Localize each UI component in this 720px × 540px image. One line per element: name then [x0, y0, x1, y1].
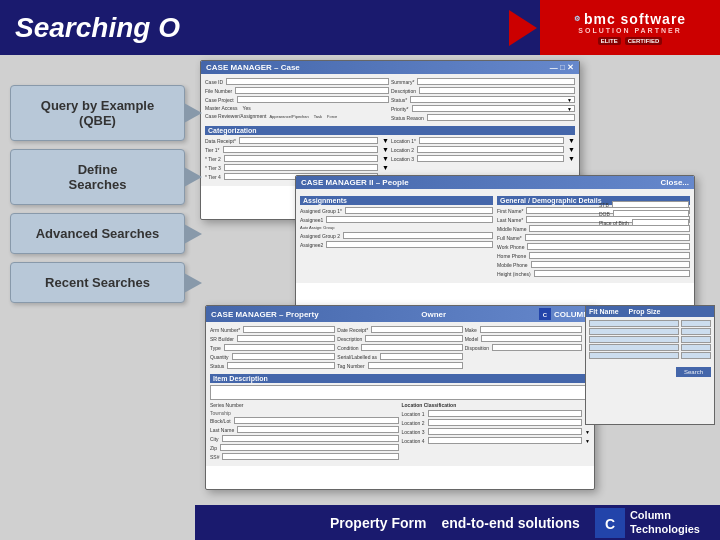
page-title: Searching O: [15, 12, 180, 44]
label-tier1: Tier 1*: [205, 147, 220, 153]
label-condition: Condition: [337, 345, 358, 351]
select-disposition[interactable]: [492, 344, 582, 351]
input-case-id[interactable]: [226, 78, 389, 85]
input-ss-no[interactable]: [222, 453, 398, 460]
input-serial[interactable]: [380, 353, 463, 360]
value-task: Task: [314, 114, 322, 119]
label-master-access: Master Access: [205, 105, 238, 111]
label-date-receipt: Date Receipt*: [337, 327, 368, 333]
label-loc-class-4: Location 4: [402, 438, 425, 444]
label-location3: Location 3: [391, 156, 414, 162]
input-home-phone[interactable]: [529, 252, 690, 259]
result-row-3-size: [681, 336, 711, 343]
select-location2[interactable]: [417, 146, 564, 153]
label-reviewer: Case Reviewer/Assignment: [205, 113, 266, 119]
input-mobile-phone[interactable]: [531, 261, 690, 268]
input-description-prop[interactable]: [365, 335, 462, 342]
label-assignee2: Assignee2: [300, 242, 323, 248]
select-tier1[interactable]: [223, 146, 379, 153]
window-case2-title: CASE MANAGER II – People: [301, 178, 409, 187]
column-line2: Technologies: [630, 523, 700, 536]
content-area: CASE MANAGER – Case — □ ✕ Case ID File N…: [195, 55, 720, 540]
label-first-name: First Name*: [497, 208, 523, 214]
input-place-birth[interactable]: [632, 219, 689, 226]
input-status-reason[interactable]: [427, 114, 575, 121]
select-assigned-group1[interactable]: [345, 207, 493, 214]
select-loc-class-4[interactable]: [428, 437, 582, 444]
sidebar-item-recent-searches[interactable]: Recent Searches: [10, 262, 185, 303]
col-header-flt-name: Flt Name: [589, 308, 619, 315]
label-mobile-phone: Mobile Phone: [497, 262, 528, 268]
input-case-project[interactable]: [237, 96, 389, 103]
tier2-arrow: ▼: [382, 155, 389, 162]
label-quantity: Quantity: [210, 354, 229, 360]
select-loc-class-3[interactable]: [428, 428, 582, 435]
select-assignee1[interactable]: [326, 216, 493, 223]
label-full-name: Full Name*: [497, 235, 522, 241]
select-loc-class-2[interactable]: [428, 419, 582, 426]
select-make[interactable]: [480, 326, 582, 333]
input-full-name[interactable]: [525, 234, 690, 241]
select-assigned-group2[interactable]: [343, 232, 493, 239]
input-last-name2[interactable]: [237, 426, 398, 433]
input-stb[interactable]: [612, 201, 689, 208]
label-location-classification: Location Classification: [402, 402, 591, 408]
value-force: Force: [327, 114, 337, 119]
select-condition[interactable]: [361, 344, 462, 351]
select-priority[interactable]: ▼: [412, 105, 575, 112]
sidebar-item-advanced-searches[interactable]: Advanced Searches: [10, 213, 185, 254]
svg-text:C: C: [605, 516, 615, 532]
label-assigned-group1: Assigned Group 1*: [300, 208, 342, 214]
tier1-arrow: ▼: [382, 146, 389, 153]
play-button[interactable]: [509, 10, 537, 46]
window-case-title: CASE MANAGER – Case: [206, 63, 300, 72]
loc2-arrow: ▼: [568, 146, 575, 153]
input-summary[interactable]: [417, 78, 575, 85]
input-work-phone[interactable]: [527, 243, 690, 250]
input-zip[interactable]: [220, 444, 399, 451]
textarea-item-description[interactable]: [210, 385, 590, 400]
input-city[interactable]: [222, 435, 399, 442]
select-data-receipt[interactable]: [239, 137, 378, 144]
section-categorization: Categorization: [205, 126, 575, 135]
input-tag-number[interactable]: [368, 362, 463, 369]
window-case-min: — □ ✕: [550, 63, 574, 72]
end-to-end-label: end-to-end solutions: [441, 515, 579, 531]
select-location1[interactable]: [419, 137, 564, 144]
input-quantity[interactable]: [232, 353, 336, 360]
column-logo-icon: C: [539, 308, 551, 320]
search-button[interactable]: Search: [676, 367, 711, 377]
input-file-number[interactable]: [235, 87, 389, 94]
input-dob[interactable]: [613, 210, 689, 217]
input-description[interactable]: [419, 87, 575, 94]
sidebar-item-qbe[interactable]: Query by Example(QBE): [10, 85, 185, 141]
label-tier3: * Tier 3: [205, 165, 221, 171]
window-property-owner: Owner: [421, 310, 446, 319]
badge-elite: ELITE: [598, 37, 621, 45]
window-property-titlebar: CASE MANAGER – Property Owner C COLUMN: [206, 306, 594, 322]
input-sr-builder[interactable]: [237, 335, 335, 342]
window-case2-close[interactable]: Close...: [661, 178, 689, 187]
select-status[interactable]: ▼: [410, 96, 575, 103]
input-arm-number[interactable]: [243, 326, 335, 333]
select-location3[interactable]: [417, 155, 564, 162]
input-block[interactable]: [234, 417, 399, 424]
select-prop-status[interactable]: [227, 362, 335, 369]
select-model[interactable]: [481, 335, 582, 342]
input-type[interactable]: [224, 344, 335, 351]
input-height[interactable]: [534, 270, 690, 277]
label-description-prop: Description: [337, 336, 362, 342]
label-assignee1: Assignee1: [300, 217, 323, 223]
select-tier3[interactable]: [224, 164, 378, 171]
select-loc-class-1[interactable]: [428, 410, 582, 417]
result-row-2: [589, 328, 679, 335]
input-date-receipt[interactable]: [371, 326, 462, 333]
label-tier2: * Tier 2: [205, 156, 221, 162]
sidebar-item-define-searches-label: DefineSearches: [69, 162, 127, 192]
select-tier2[interactable]: [224, 155, 378, 162]
sidebar-item-define-searches[interactable]: DefineSearches: [10, 149, 185, 205]
column-logo-svg: C: [595, 508, 625, 538]
select-assignee2[interactable]: [326, 241, 493, 248]
logo-area: ⚙ bmc software SOLUTION PARTNER ELITE CE…: [540, 0, 720, 55]
sidebar: Query by Example(QBE) DefineSearches Adv…: [0, 55, 195, 540]
